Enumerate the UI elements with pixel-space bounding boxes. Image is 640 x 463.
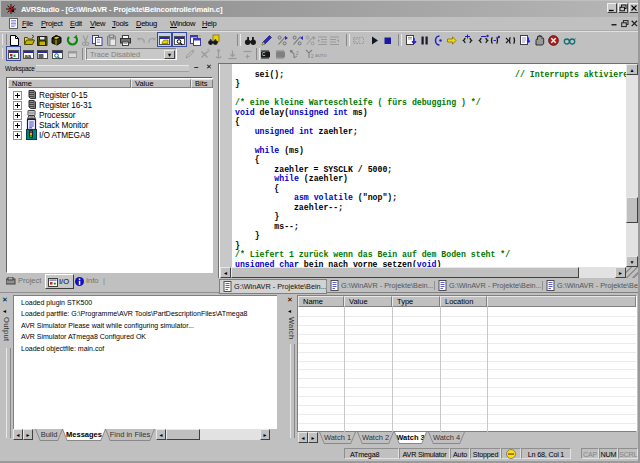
svg-text:aa: aa — [25, 53, 32, 59]
svg-text:2: 2 — [311, 54, 314, 59]
svg-text:AUTO: AUTO — [315, 53, 328, 58]
svg-text:2: 2 — [296, 51, 299, 56]
